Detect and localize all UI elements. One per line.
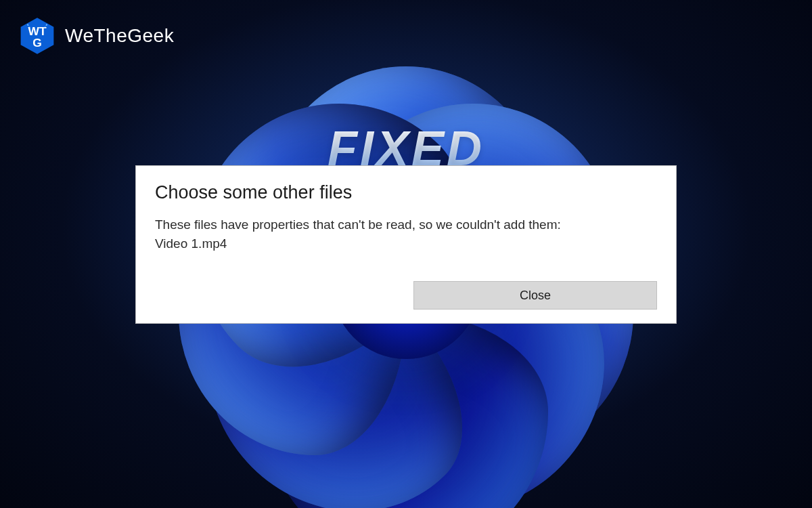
dialog-message: These files have properties that can't b…	[155, 215, 657, 253]
close-button[interactable]: Close	[413, 281, 657, 310]
brand-name: WeTheGeek	[65, 25, 174, 47]
brand-logo: WT G WeTheGeek	[18, 16, 174, 56]
dialog-title: Choose some other files	[155, 182, 657, 203]
logo-hexagon-icon: WT G	[18, 16, 57, 56]
svg-text:G: G	[32, 36, 42, 49]
error-dialog: Choose some other files These files have…	[135, 165, 677, 324]
